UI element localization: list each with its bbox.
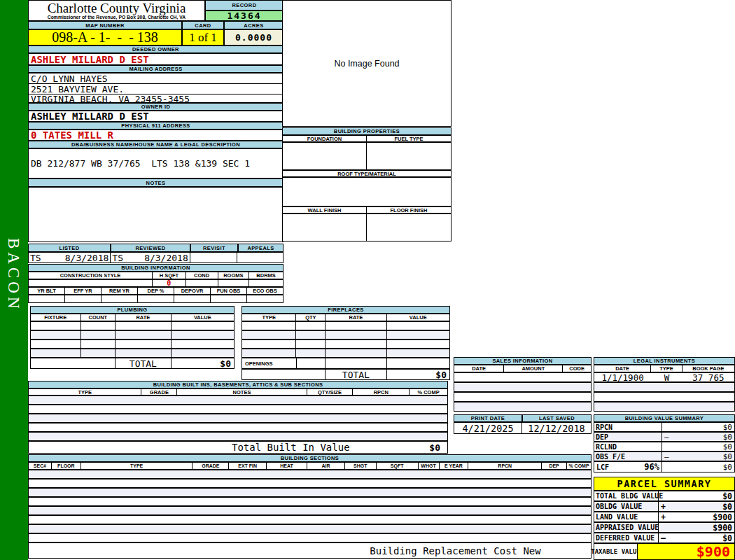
taxable-value-amount: $900 <box>638 544 734 559</box>
col-pct-comp: % COMP <box>410 389 447 395</box>
built-ins-total-value: $0 <box>429 442 447 453</box>
mailing-address-line: C/O LYNN HAYES <box>29 74 283 84</box>
legal-instrument-row <box>594 392 735 402</box>
last-saved-value: 12/12/2018 <box>522 423 591 433</box>
building-info-header-row2: YR BLT EFF YR REM YR DEP % DEPOVR FUN OB… <box>28 287 284 295</box>
parcel-row-land: LAND VALUE +$900 <box>594 512 735 522</box>
record-value: 14364 <box>205 10 284 21</box>
legal-instrument-row <box>594 382 735 392</box>
building-information-title: BUILDING INFORMATION <box>28 264 284 272</box>
bvs-row-dep: DEP –$0 <box>594 432 735 442</box>
bvs-value: $0 <box>723 452 732 461</box>
bvs-label: RPCN <box>594 423 662 431</box>
plumbing-total-value: $0 <box>172 358 234 368</box>
legal-description-label: DBA/BUISNESS NAME/HOUSE NAME & LEGAL DES… <box>28 141 284 148</box>
bvs-row-lcf: LCF96% $0 <box>594 461 735 472</box>
col-fun-obs: FUN OBS <box>211 288 247 294</box>
wall-finish-label: WALL FINISH <box>283 207 367 213</box>
parcel-value: $0 <box>722 502 732 512</box>
appeals-value <box>237 253 283 262</box>
deeded-owner-value: ASHLEY MILLARD D EST <box>28 53 284 65</box>
physical-address-label: PHYSICAL 911 ADDRESS <box>28 122 284 130</box>
building-replacement-cost-label: Building Replacement Cost New <box>370 545 540 556</box>
parcel-value: $900 <box>713 512 732 522</box>
col-book-page: BOOK PAGE <box>682 365 734 372</box>
bvs-op: – <box>664 452 669 461</box>
taxable-value-label: TAXABLE VALUE <box>594 544 638 559</box>
building-value-summary-title: BUILDING VALUE SUMMARY <box>594 414 735 422</box>
acres-label: ACRES <box>224 21 284 29</box>
county-header-box: Charlotte County Virginia Commissioner o… <box>28 0 205 21</box>
sales-row <box>454 382 592 392</box>
plumbing-row <box>30 321 234 330</box>
notes-area <box>28 187 284 242</box>
parcel-label: APPRAISED VALUE <box>594 523 659 532</box>
hsqft-value: 0 <box>153 280 186 286</box>
fireplaces-header-row: TYPE QTY RATE VALUE <box>241 314 450 321</box>
print-date-label: PRINT DATE <box>454 414 522 422</box>
print-date-value: 4/21/2025 <box>454 423 522 433</box>
mailing-address-line: 2521 BAYVIEW AVE. <box>29 84 283 94</box>
col-rpcn: RPCN <box>353 389 410 395</box>
reviewed-date: 8/3/2018 <box>144 253 188 263</box>
col-dep: DEP <box>542 463 567 469</box>
map-number-value: 098-A - 1- - - 138 <box>28 29 182 46</box>
building-sections-row <box>28 497 592 506</box>
building-sections-row <box>28 488 592 497</box>
plumbing-row <box>30 349 234 358</box>
parcel-value: $0 <box>722 533 732 543</box>
card-label: CARD <box>182 21 224 29</box>
bvs-label: RCLND <box>594 442 662 451</box>
building-sections-row <box>28 533 592 542</box>
building-sections-header-row: SEC# FLOOR TYPE GRADE EXT FIN HEAT AIR S… <box>28 462 592 470</box>
listed-label: LISTED <box>28 244 111 252</box>
legal-instrument-row <box>594 402 735 412</box>
parcel-label: TOTAL BLDG VALUE <box>594 491 659 500</box>
mailing-address-block: C/O LYNN HAYES 2521 BAYVIEW AVE. VIRGINI… <box>28 73 284 103</box>
built-ins-title: BUILDING BUILT INS, BASEMENTS, ATTICS & … <box>28 381 448 388</box>
physical-address-value: 0 TATES MILL R <box>28 130 284 141</box>
col-pct-comp: % COMP <box>567 463 591 469</box>
plumbing-total-row: TOTAL $0 <box>30 358 234 369</box>
col-air: AIR <box>307 463 345 469</box>
fireplaces-openings-row: OPENINGS <box>241 358 450 369</box>
fireplaces-row <box>241 349 450 358</box>
col-depovr: DEPOVR <box>174 288 211 294</box>
foundation-fuel-values <box>282 142 451 170</box>
col-fixture: FIXTURE <box>31 314 81 321</box>
col-rate: RATE <box>115 314 171 321</box>
building-properties-title: BUILDING PROPERTIES <box>282 127 451 135</box>
fireplaces-title: FIREPLACES <box>241 306 450 314</box>
col-rooms: ROOMS <box>218 272 250 279</box>
building-info-value-row1: 0 <box>28 279 284 287</box>
built-ins-total-label: Total Built In Value <box>232 442 350 453</box>
openings-label: OPENINGS <box>242 358 297 368</box>
property-image-panel: No Image Found <box>282 0 451 127</box>
wall-floor-values <box>282 214 451 241</box>
col-hsqft: H SQFT <box>153 272 186 279</box>
building-sections-row <box>28 470 592 479</box>
col-amount: AMOUNT <box>504 365 563 372</box>
building-sections-row <box>28 506 592 515</box>
built-ins-row <box>28 432 448 441</box>
foundation-label: FOUNDATION <box>283 136 367 141</box>
last-saved-label: LAST SAVED <box>522 414 592 422</box>
bvs-value: $0 <box>723 423 732 432</box>
legal-header-row: DATE TYPE BOOK PAGE <box>594 365 735 372</box>
col-notes: NOTES <box>177 389 307 395</box>
bvs-row-rclnd: RCLND $0 <box>594 442 735 451</box>
col-eco-obs: ECO OBS <box>247 288 283 294</box>
parcel-label: OBLDG VALUE <box>594 502 659 511</box>
parcel-value: $900 <box>713 523 732 533</box>
fireplaces-total-label: TOTAL <box>326 370 386 379</box>
col-sec: SEC# <box>29 463 52 469</box>
col-dep-pct: DEP % <box>138 288 174 294</box>
sales-row <box>454 402 592 412</box>
col-e-year: E YEAR <box>440 463 469 469</box>
bvs-label: LCF <box>596 463 609 471</box>
sales-row <box>454 392 592 402</box>
map-number-label: MAP NUMBER <box>28 21 182 29</box>
col-construction-style: CONSTRUCTION STYLE <box>29 272 153 279</box>
bvs-value: $0 <box>723 433 732 442</box>
parcel-summary-title: PARCEL SUMMARY <box>594 477 735 491</box>
